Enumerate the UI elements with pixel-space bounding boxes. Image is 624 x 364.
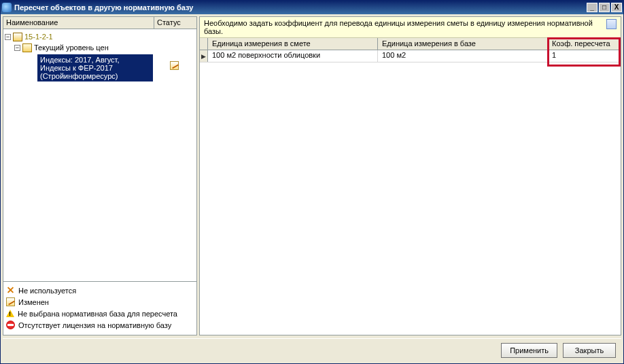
titlebar[interactable]: Пересчет объектов в другую нормативную б… <box>1 1 623 14</box>
row-indicator-header <box>200 38 208 50</box>
legend-changed-label: Изменен <box>18 298 49 306</box>
main-window: Пересчет объектов в другую нормативную б… <box>0 0 624 364</box>
col-unit-base-header[interactable]: Единица измерения в базе <box>378 38 548 50</box>
status-cell <box>153 53 195 71</box>
apply-button[interactable]: Применить <box>501 343 557 358</box>
edit-icon <box>170 61 179 70</box>
legend-nobase: Не выбрана нормативная база для пересчет… <box>6 308 194 319</box>
grid: Единица измерения в смете Единица измере… <box>200 38 621 62</box>
legend-panel: Не используется Изменен Не выбрана норма… <box>3 282 197 335</box>
tree-root-label: 15-1-2-1 <box>24 31 53 42</box>
warning-icon <box>6 310 14 317</box>
grid-header: Единица измерения в смете Единица измере… <box>200 38 621 50</box>
tree-selected-row[interactable]: Индексы: 2017, Август, Индексы к ФЕР-201… <box>5 53 195 81</box>
col-status-header[interactable]: Статус <box>154 17 196 29</box>
top-area: Наименование Статус − 15-1-2-1 − Текущий <box>3 16 621 335</box>
tree-root-row[interactable]: − 15-1-2-1 <box>5 31 195 42</box>
cell-unit-smeta[interactable]: 100 м2 поверхности облицовки <box>208 50 378 62</box>
body: Наименование Статус − 15-1-2-1 − Текущий <box>1 14 623 363</box>
settings-icon[interactable] <box>606 19 617 29</box>
col-coef-header[interactable]: Коэф. пересчета <box>548 38 616 50</box>
x-icon <box>6 286 15 295</box>
house-icon <box>13 33 22 41</box>
minimize-button[interactable]: _ <box>587 3 597 12</box>
close-window-button[interactable]: X <box>611 3 622 12</box>
legend-nobase-label: Не выбрана нормативная база для пересчет… <box>18 310 177 318</box>
col-unit-smeta-header[interactable]: Единица измерения в смете <box>208 38 378 50</box>
table-row[interactable]: ▶ 100 м2 поверхности облицовки 100 м2 1 <box>200 50 621 62</box>
legend-unused: Не используется <box>6 285 194 296</box>
legend-nolicense-label: Отсутствует лицензия на нормативную базу <box>18 321 171 329</box>
window-title: Пересчет объектов в другую нормативную б… <box>14 3 585 12</box>
expander-icon[interactable]: − <box>5 34 11 40</box>
cell-coef[interactable]: 1 <box>548 50 616 62</box>
left-column: Наименование Статус − 15-1-2-1 − Текущий <box>3 16 197 335</box>
app-icon <box>2 3 12 12</box>
maximize-button[interactable]: □ <box>599 3 610 12</box>
edit-icon <box>6 297 15 306</box>
close-button[interactable]: Закрыть <box>563 343 616 358</box>
folder-icon <box>22 43 32 52</box>
tree-selected-label: Индексы: 2017, Август, Индексы к ФЕР-201… <box>37 54 153 81</box>
row-indicator-icon: ▶ <box>200 50 208 62</box>
forbidden-icon <box>6 321 15 329</box>
footer: Применить Закрыть <box>3 338 621 361</box>
cell-unit-base[interactable]: 100 м2 <box>378 50 548 62</box>
info-text: Необходимо задать коэффициент для перево… <box>204 19 602 35</box>
left-panel: Наименование Статус − 15-1-2-1 − Текущий <box>3 16 197 282</box>
info-strip: Необходимо задать коэффициент для перево… <box>200 17 621 38</box>
col-name-header[interactable]: Наименование <box>3 17 154 29</box>
tree[interactable]: − 15-1-2-1 − Текущий уровень цен Индексы… <box>3 29 196 281</box>
legend-changed: Изменен <box>6 296 194 308</box>
expander-icon[interactable]: − <box>14 45 20 51</box>
tree-level-row[interactable]: − Текущий уровень цен <box>5 42 195 53</box>
tree-level-label: Текущий уровень цен <box>34 42 109 53</box>
legend-unused-label: Не используется <box>18 287 76 295</box>
left-panel-header: Наименование Статус <box>3 17 196 29</box>
right-panel: Необходимо задать коэффициент для перево… <box>199 16 621 335</box>
legend-nolicense: Отсутствует лицензия на нормативную базу <box>6 319 194 331</box>
